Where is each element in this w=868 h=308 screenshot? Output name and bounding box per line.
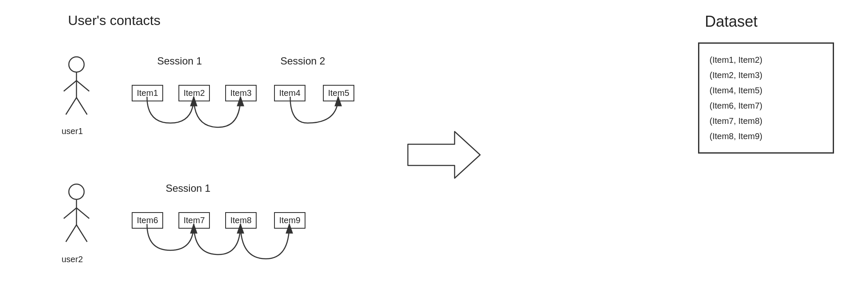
dataset-pair-2: (Item2, Item3)	[710, 67, 823, 83]
item8-box: Item8	[225, 212, 257, 229]
svg-line-5	[76, 98, 87, 115]
svg-line-8	[64, 208, 76, 218]
svg-marker-13	[408, 132, 480, 178]
svg-line-4	[66, 98, 76, 115]
item4-box: Item4	[274, 85, 305, 101]
item3-box: Item3	[225, 85, 257, 101]
dataset-title: Dataset	[705, 13, 758, 31]
dataset-pair-4: (Item6, Item7)	[710, 98, 823, 113]
svg-line-9	[76, 208, 89, 218]
item1-box: Item1	[132, 85, 163, 101]
session2-user1-label: Session 2	[280, 55, 325, 67]
dataset-pair-1: (Item1, Item2)	[710, 52, 823, 67]
session1-user1-label: Session 1	[157, 55, 202, 67]
svg-line-11	[76, 225, 87, 242]
user2-figure	[59, 182, 93, 250]
item2-box: Item2	[178, 85, 210, 101]
user1-label: user1	[62, 126, 83, 136]
session1-user2-label: Session 1	[166, 182, 210, 194]
user1-figure	[59, 55, 93, 123]
item7-box: Item7	[178, 212, 210, 229]
dataset-pair-5: (Item7, Item8)	[710, 113, 823, 129]
svg-line-3	[76, 81, 89, 91]
svg-point-6	[69, 184, 84, 199]
item6-box: Item6	[132, 212, 163, 229]
user2-label: user2	[62, 255, 83, 264]
dataset-pair-6: (Item8, Item9)	[710, 129, 823, 144]
item5-box: Item5	[323, 85, 354, 101]
dataset-pair-3: (Item4, Item5)	[710, 83, 823, 98]
svg-line-10	[66, 225, 76, 242]
main-title: User's contacts	[68, 13, 161, 28]
svg-point-0	[69, 57, 84, 72]
svg-line-2	[64, 81, 76, 91]
dataset-box: (Item1, Item2) (Item2, Item3) (Item4, It…	[698, 42, 834, 154]
item9-box: Item9	[274, 212, 305, 229]
